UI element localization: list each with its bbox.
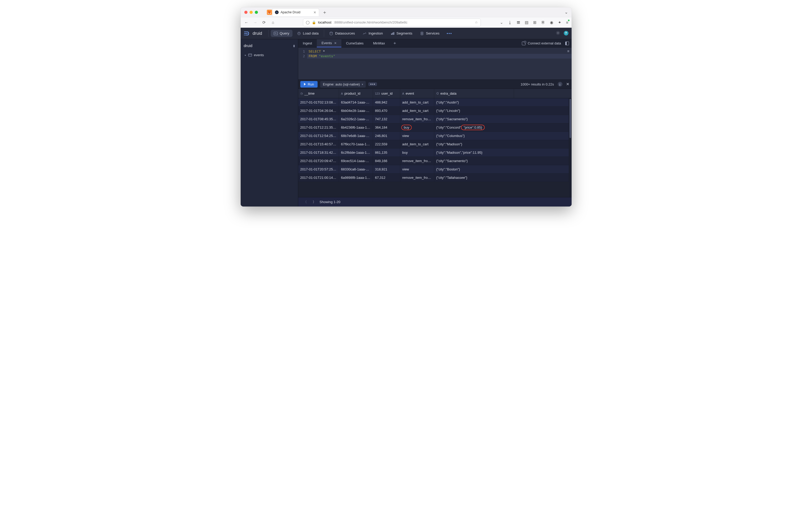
editor-code[interactable]: SELECT * FROM "events" [307,48,572,80]
cell-product-id: 6b4236f6-1aaa-11eb-aa [339,123,373,131]
nav-more[interactable] [444,31,454,35]
sidebar-header[interactable]: druid ▴▾ [241,42,298,51]
column-time[interactable]: ◷__time [298,89,339,98]
shield-icon: ◯ [306,20,310,24]
reader-icon[interactable]: ▤ [525,20,528,25]
cell-product-id: 6a9898f8-1aaa-11eb-a1 [339,174,373,182]
pocket-icon[interactable]: ⌄ [500,20,503,25]
workbench-tab-minmax[interactable]: MinMax [368,39,390,47]
pager-prev-icon[interactable]: 〈 [303,200,307,205]
tree-item-events[interactable]: ▸ events [244,52,295,58]
column-product-id[interactable]: Aproduct_id [339,89,373,98]
run-more-button[interactable] [368,82,377,86]
column-extra-data[interactable]: ⌬extra_data [434,89,514,98]
svg-line-19 [559,34,559,34]
workbench-tab-ingest[interactable]: Ingest [298,39,317,47]
table-row[interactable]: 2017-01-01T21:00:14.000Z6a9898f8-1aaa-11… [298,174,569,182]
table-row[interactable]: 2017-01-01T18:31:42.000Z6c2f8dde-1aaa-11… [298,149,569,157]
nav-services[interactable]: Services [417,30,443,37]
table-row[interactable]: 2017-01-01T15:40:57.000Z67f9cc70-1aaa-11… [298,140,569,149]
pager-next-icon[interactable]: 〉 [313,200,316,205]
cell-user-id: 488,942 [373,98,400,107]
back-button[interactable]: ← [244,20,249,25]
brand[interactable]: druid [244,31,262,36]
sort-icon[interactable]: ▴▾ [293,44,295,47]
table-row[interactable]: 2017-01-01T20:57:25.000Z68330ca6-1aaa-11… [298,165,569,174]
druid-console: druid Query Load data Datasources [241,28,572,207]
table-row[interactable]: 2017-01-01T08:45:35.000Z6a2326c2-1aaa-11… [298,115,569,123]
browser-tab-apache-druid[interactable]: ⊃ Apache Druid ✕ [272,8,319,16]
home-button[interactable]: ⌂ [270,20,276,25]
window-close-button[interactable] [244,11,248,14]
forward-button[interactable]: → [253,20,258,25]
column-user-id[interactable]: 123user_id [373,89,400,98]
nav-datasources[interactable]: Datasources [326,30,358,37]
svg-point-11 [420,33,423,34]
nav-segments-label: Segments [397,31,412,35]
cell-time: 2017-01-01T08:45:35.000Z [298,115,339,123]
scrollbar-track[interactable] [569,98,572,197]
gear-icon[interactable] [556,31,560,36]
druid-logo-icon [244,31,251,36]
download-icon[interactable]: ⭳ [558,82,562,87]
number-icon: 123 [375,92,380,95]
sql-editor[interactable]: 12 SELECT * FROM "events" ≡ [298,48,572,80]
table-row[interactable]: 2017-01-01T12:54:25.000Z68b7e6d8-1aaa-11… [298,132,569,140]
window-minimize-button[interactable] [250,11,253,14]
nav-load-data[interactable]: Load data [294,30,322,37]
result-status: 1000+ results in 0.22s [521,82,554,86]
privacy-shield-icon[interactable]: ⛨ [541,20,545,25]
cell-user-id: 67,312 [373,174,400,182]
tab-close-icon[interactable]: ✕ [313,10,316,14]
hamburger-menu-icon[interactable]: ≡ [566,20,569,25]
url-path: :8888/unified-console.html#workbench/209… [334,20,408,24]
svg-rect-9 [394,32,394,35]
reload-button[interactable]: ⟳ [262,20,267,25]
help-icon[interactable]: ? [564,31,569,35]
table-icon [248,54,252,57]
workbench-tab-cumesales[interactable]: CumeSales [341,39,368,47]
table-row[interactable]: 2017-01-01T12:21:35.000Z6b4236f6-1aaa-11… [298,123,569,132]
table-row[interactable]: 2017-01-01T02:13:08.000Z63ad4714-1aaa-11… [298,98,569,107]
string-icon: A [341,92,343,95]
app-header: druid Query Load data Datasources [241,28,572,39]
extensions-icon[interactable]: ✦ [558,20,561,25]
window-zoom-button[interactable] [255,11,258,14]
tabs-overflow-icon[interactable]: ⌄ [564,10,568,14]
address-bar[interactable]: ◯ 🔒 localhost:8888/unified-console.html#… [303,19,481,26]
header-right: ? [556,31,569,36]
connect-external-data[interactable]: Connect external data [522,41,561,45]
library-icon[interactable]: 𝌆 [517,20,520,25]
table-row[interactable]: 2017-01-01T04:26:04.000Z6bb04e28-1aaa-11… [298,107,569,115]
svg-line-20 [557,34,557,34]
column-event[interactable]: Aevent [400,89,434,98]
brand-label: druid [253,31,262,36]
tab-label: Ingest [303,41,312,45]
column-padding [514,89,572,98]
table-row[interactable]: 2017-01-01T20:09:47.000Z69cec514-1aaa-11… [298,157,569,165]
panel-toggle-icon[interactable] [565,41,569,45]
clock-icon: ◷ [300,92,303,95]
nav-segments[interactable]: Segments [388,30,416,37]
run-status-area: 1000+ results in 0.22s ⭳ ✕ [521,82,570,87]
run-button[interactable]: Run [300,81,318,88]
scrollbar-thumb[interactable] [570,99,571,138]
tab-close-icon[interactable]: ✕ [334,41,337,45]
nav-ingestion[interactable]: Ingestion [360,30,386,37]
cell-event: remove_item_from_cart [400,115,434,123]
grid-icon[interactable]: ⊞ [533,20,536,25]
cell-extra-data: {"city":"Lincoln"} [434,107,569,115]
workbench-add-tab[interactable]: ＋ [389,40,400,46]
eye-icon[interactable]: ◉ [550,20,553,25]
engine-selector[interactable]: Engine: auto (sql-native) ▾ [320,81,366,88]
results-body[interactable]: 2017-01-01T02:13:08.000Z63ad4714-1aaa-11… [298,98,569,197]
workbench-tab-events[interactable]: Events ✕ [317,39,341,47]
new-tab-button[interactable]: ＋ [321,9,328,16]
editor-menu-icon[interactable]: ≡ [568,49,570,53]
results-close-icon[interactable]: ✕ [566,82,570,87]
cell-time: 2017-01-01T12:21:35.000Z [298,123,339,131]
play-icon [304,83,306,86]
nav-query[interactable]: Query [271,30,292,37]
downloads-icon[interactable]: ⭳ [508,20,512,25]
bookmark-icon[interactable]: ☆ [475,20,478,24]
